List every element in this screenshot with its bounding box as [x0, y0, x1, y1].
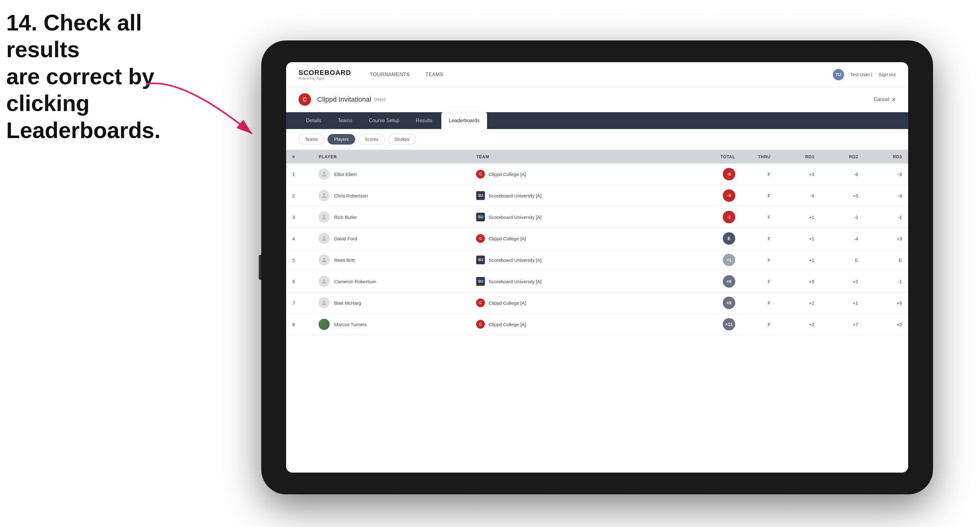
- team-logo: C: [476, 234, 485, 243]
- cell-rd2: -6: [821, 163, 864, 185]
- cell-rd1: +5: [777, 271, 821, 292]
- cell-num: 1: [286, 163, 312, 185]
- cell-rd1: +2: [777, 314, 821, 335]
- cell-player: Cameron Robertson: [312, 271, 470, 292]
- nav-teams[interactable]: TEAMS: [425, 69, 444, 80]
- cell-player: David Ford: [312, 228, 470, 249]
- cell-total: +11: [689, 314, 741, 335]
- team-name: Clippd College [A]: [488, 300, 526, 306]
- player-name: Marcus Turners: [334, 322, 366, 327]
- table-row: 4 David Ford C Clippd College [A] E F +1…: [286, 228, 908, 249]
- col-header-total: TOTAL: [689, 150, 741, 163]
- table-row: 7 Blair McHarg C Clippd College [A] +9 F…: [286, 292, 908, 314]
- col-header-rd1: RD1: [777, 150, 821, 163]
- logo-sub: Powered by clippd: [299, 77, 351, 80]
- tab-results[interactable]: Results: [408, 112, 440, 129]
- cell-rd2: +1: [821, 292, 864, 314]
- sub-navigation: Details Teams Course Setup Results Leade…: [286, 112, 908, 129]
- cell-player: Elliot Ebert: [312, 163, 470, 185]
- cell-player: Marcus Turners: [312, 314, 470, 335]
- player-name: Cameron Robertson: [334, 279, 376, 284]
- cell-team: SU Scoreboard University [A]: [470, 271, 689, 292]
- cell-rd3: +2: [864, 314, 908, 335]
- player-name: Rich Butler: [334, 214, 357, 220]
- player-avatar: [318, 211, 330, 222]
- player-name: David Ford: [334, 236, 357, 241]
- team-name: Scoreboard University [A]: [488, 279, 541, 284]
- cell-rd2: E: [821, 249, 864, 271]
- tab-teams[interactable]: Teams: [330, 112, 360, 129]
- cell-num: 8: [286, 314, 312, 335]
- cell-num: 4: [286, 228, 312, 249]
- cell-thru: F: [741, 271, 777, 292]
- table-row: 3 Rich Butler SU Scoreboard University […: [286, 206, 908, 228]
- svg-point-5: [323, 258, 325, 260]
- cell-rd1: +2: [777, 292, 821, 314]
- team-logo: SU: [476, 191, 485, 200]
- leaderboard-table: # PLAYER TEAM TOTAL THRU RD1 RD2 RD3 1 E…: [286, 150, 908, 473]
- team-logo: SU: [476, 213, 485, 221]
- tournament-logo: C: [299, 93, 311, 106]
- player-avatar: [318, 276, 330, 287]
- cell-rd2: -2: [821, 206, 864, 228]
- cell-team: C Clippd College [A]: [470, 228, 689, 249]
- total-badge: +6: [723, 275, 735, 287]
- cell-rd2: +7: [821, 314, 864, 335]
- cell-thru: F: [741, 206, 777, 228]
- player-avatar: [318, 233, 330, 244]
- tournament-name: Clippd Invitational: [317, 95, 371, 103]
- cell-team: C Clippd College [A]: [470, 314, 689, 335]
- team-name: Scoreboard University [A]: [488, 193, 541, 198]
- tournament-type: (Men): [374, 97, 386, 102]
- total-badge: -4: [723, 189, 735, 202]
- player-avatar: [318, 190, 330, 201]
- cell-total: E: [689, 228, 741, 249]
- team-logo: C: [476, 320, 485, 329]
- team-logo: C: [476, 170, 485, 178]
- cell-total: +9: [689, 292, 741, 314]
- cancel-button[interactable]: Cancel ✕: [873, 97, 896, 103]
- svg-point-4: [323, 236, 325, 238]
- total-badge: +11: [723, 318, 735, 330]
- cell-player: Rees Britt: [312, 249, 470, 271]
- svg-point-2: [323, 194, 325, 195]
- cell-num: 2: [286, 185, 312, 206]
- filter-scores[interactable]: Scores: [358, 134, 385, 144]
- sign-out-link[interactable]: Sign out: [878, 72, 896, 77]
- nav-tournaments[interactable]: TOURNAMENTS: [370, 69, 410, 80]
- team-name: Clippd College [A]: [488, 236, 526, 241]
- tab-leaderboards[interactable]: Leaderboards: [441, 112, 487, 129]
- table-row: 1 Elliot Ebert C Clippd College [A] -8 F…: [286, 163, 908, 185]
- total-badge: +1: [723, 254, 735, 266]
- filter-teams[interactable]: Teams: [299, 134, 325, 144]
- table-row: 2 Chris Robertson SU Scoreboard Universi…: [286, 185, 908, 206]
- filter-players[interactable]: Players: [328, 134, 355, 144]
- cell-team: SU Scoreboard University [A]: [470, 185, 689, 206]
- team-logo: SU: [476, 256, 485, 264]
- logo: SCOREBOARD Powered by clippd: [299, 69, 351, 80]
- col-header-rd3: RD3: [864, 150, 908, 163]
- filter-strokes[interactable]: Strokes: [388, 134, 416, 144]
- svg-point-1: [323, 172, 325, 174]
- cell-num: 7: [286, 292, 312, 314]
- tab-details[interactable]: Details: [299, 112, 329, 129]
- tournament-header: C Clippd Invitational (Men) Cancel ✕: [286, 87, 908, 112]
- filter-bar: Teams Players Scores Strokes: [286, 129, 908, 150]
- total-badge: -8: [723, 168, 735, 180]
- cell-rd3: -1: [864, 271, 908, 292]
- instruction-line3-bold: Leaderboards.: [6, 118, 161, 143]
- cell-team: SU Scoreboard University [A]: [470, 206, 689, 228]
- cell-rd3: -1: [864, 206, 908, 228]
- col-header-player: PLAYER: [312, 150, 470, 163]
- nav-right: TU Test User | Sign out: [833, 69, 896, 80]
- col-header-num: #: [286, 150, 312, 163]
- cell-thru: F: [741, 185, 777, 206]
- cell-rd1: +1: [777, 249, 821, 271]
- cell-thru: F: [741, 314, 777, 335]
- cell-total: +6: [689, 271, 741, 292]
- tab-course-setup[interactable]: Course Setup: [361, 112, 407, 129]
- cell-rd2: +2: [821, 271, 864, 292]
- cell-rd2: -4: [821, 228, 864, 249]
- total-badge: -2: [723, 211, 735, 223]
- team-logo: C: [476, 298, 485, 307]
